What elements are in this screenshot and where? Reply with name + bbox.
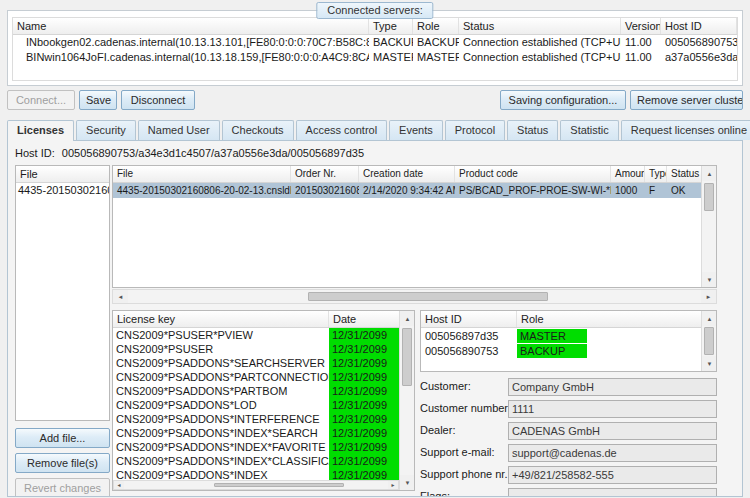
file-table-header: File Order Nr. Creation date Product cod… [113,166,716,183]
scroll-down-icon[interactable]: ▼ [702,356,717,371]
column-header-version[interactable]: Version [621,18,661,34]
scrollbar-thumb[interactable] [214,483,344,487]
license-key-row[interactable]: CNS2009*PSADDONS*INDEX*SEARCH 12/31/2099 [113,426,399,440]
license-key-row[interactable]: CNS2009*PSADDONS*PARTBOM 12/31/2099 [113,384,399,398]
license-date-cell: 12/31/2099 [329,412,399,426]
column-header-type[interactable]: Type [369,18,413,34]
scroll-up-icon[interactable]: ▲ [702,311,717,326]
license-key-row[interactable]: CNS2009*PSADDONS*INDEX*CLASSIFICATION 12… [113,454,399,468]
scroll-down-icon[interactable]: ▼ [702,272,717,287]
server-row[interactable]: INbookgen02.cadenas.internal(10.13.13.10… [13,35,737,50]
scrollbar-thumb[interactable] [308,292,548,301]
tab-checkouts[interactable]: Checkouts [222,120,294,140]
host-role-row[interactable]: 005056897d35 MASTER [421,328,716,343]
host-id-label: Host ID: [15,147,55,159]
scroll-left-icon[interactable]: ◄ [114,481,124,489]
scrollbar-track[interactable] [128,290,701,303]
license-key-vertical-scrollbar[interactable]: ▲ ▼ [399,311,414,490]
remove-files-button[interactable]: Remove file(s) [15,453,110,473]
file-table-vertical-scrollbar[interactable]: ▲ ▼ [701,166,716,287]
license-key-list[interactable]: CNS2009*PSUSER*PVIEW 12/31/2099 CNS2009*… [113,328,399,480]
license-date-cell: 12/31/2099 [329,328,399,342]
scroll-left-icon[interactable]: ◄ [113,290,128,303]
type-cell: F [645,183,667,198]
column-header-type[interactable]: Type [645,166,667,182]
license-date-cell: 12/31/2099 [329,370,399,384]
scrollbar-thumb[interactable] [704,327,714,355]
customer-input[interactable] [508,378,717,396]
disconnect-button[interactable]: Disconnect [121,90,195,110]
column-header-creation-date[interactable]: Creation date [359,166,455,182]
scroll-right-icon[interactable]: ► [701,290,716,303]
host-id-line: Host ID: 005056890753/a34e3d1c4507/a37a0… [15,147,368,159]
column-header-product-code[interactable]: Product code [455,166,611,182]
remove-server-cluster-button[interactable]: Remove server cluster [630,90,743,110]
license-key-horizontal-scrollbar[interactable]: ◄ ► [113,480,399,490]
license-key-cell: CNS2009*PSADDONS*LOD [113,398,329,412]
server-row[interactable]: BINwin1064JoFI.cadenas.internal(10.13.18… [13,50,737,65]
tab-statistic[interactable]: Statistic [560,120,619,140]
dealer-input[interactable] [508,422,717,440]
license-key-row[interactable]: CNS2009*PSADDONS*INTERFERENCE 12/31/2099 [113,412,399,426]
license-key-row[interactable]: CNS2009*PSADDONS*SEARCHSERVER 12/31/2099 [113,356,399,370]
scrollbar-track[interactable] [400,326,414,475]
tab-named-user[interactable]: Named User [138,120,220,140]
add-file-button[interactable]: Add file... [15,428,110,448]
license-date-cell: 12/31/2099 [329,454,399,468]
save-button[interactable]: Save [79,90,117,110]
license-key-row[interactable]: CNS2009*PSUSER*PVIEW 12/31/2099 [113,328,399,342]
scroll-down-icon[interactable]: ▼ [400,475,415,490]
column-header-role[interactable]: Role [413,18,459,34]
license-key-row[interactable]: CNS2009*PSADDONS*LOD 12/31/2099 [113,398,399,412]
scroll-up-icon[interactable]: ▲ [702,166,717,181]
tab-events[interactable]: Events [389,120,443,140]
scrollbar-thumb[interactable] [402,328,412,386]
column-header-order-nr[interactable]: Order Nr. [291,166,359,182]
column-header-host-id[interactable]: Host ID [661,18,737,34]
support-email-input[interactable] [508,444,717,462]
column-header-role[interactable]: Role [517,311,716,327]
column-header-name[interactable]: Name [13,18,369,34]
column-header-license-key[interactable]: License key [113,311,329,327]
file-table-horizontal-scrollbar[interactable]: ◄ ► [112,289,717,304]
scrollbar-track[interactable] [702,181,716,272]
saving-configuration-button[interactable]: Saving configuration... [500,90,626,110]
host-role-vertical-scrollbar[interactable]: ▲ ▼ [701,311,716,371]
file-list-item[interactable]: 4435-201503021608... [16,183,109,198]
license-key-row[interactable]: CNS2009*PSUSER 12/31/2099 [113,342,399,356]
tab-licenses[interactable]: Licenses [7,120,74,141]
file-list-header[interactable]: File [16,166,109,183]
column-header-status[interactable]: Status [459,18,621,34]
tab-access-control[interactable]: Access control [296,120,388,140]
host-role-row[interactable]: 005056890753 BACKUP [421,343,716,358]
column-header-host-id[interactable]: Host ID [421,311,517,327]
scrollbar-track[interactable] [702,326,716,356]
scrollbar-thumb[interactable] [704,183,714,211]
customer-number-input[interactable] [508,400,717,418]
license-key-cell: CNS2009*PSUSER*PVIEW [113,328,329,342]
connect-button[interactable]: Connect... [7,90,75,110]
tab-security[interactable]: Security [76,120,136,140]
scroll-right-icon[interactable]: ► [388,481,398,489]
column-header-amount[interactable]: Amount [611,166,645,182]
licenses-panel: Host ID: 005056890753/a34e3d1c4507/a37a0… [7,140,743,497]
role-cell: BACKUP [517,344,587,358]
connected-servers-title: Connected servers: [316,2,433,19]
license-key-row[interactable]: CNS2009*PSADDONS*INDEX 12/31/2099 [113,468,399,480]
tab-protocol[interactable]: Protocol [445,120,505,140]
license-key-row[interactable]: CNS2009*PSADDONS*PARTCONNECTION 12/31/20… [113,370,399,384]
column-header-file[interactable]: File [113,166,291,182]
support-phone-input[interactable] [508,466,717,484]
host-id-cell: 005056897d35 [421,330,517,342]
flags-input[interactable] [508,488,717,497]
selected-file-row[interactable]: 4435-20150302160806-20-02-13.cnsldb 2015… [113,183,716,198]
scrollbar-track[interactable] [124,481,388,489]
server-table-header: Name Type Role Status Version Host ID [13,18,737,35]
scroll-up-icon[interactable]: ▲ [400,311,415,326]
license-key-cell: CNS2009*PSADDONS*INTERFERENCE [113,412,329,426]
revert-changes-button[interactable]: Revert changes [15,478,110,497]
tab-request-licenses-online[interactable]: Request licenses online [621,120,750,140]
license-date-cell: 12/31/2099 [329,440,399,454]
license-key-row[interactable]: CNS2009*PSADDONS*INDEX*FAVORITE 12/31/20… [113,440,399,454]
tab-status[interactable]: Status [507,120,558,140]
